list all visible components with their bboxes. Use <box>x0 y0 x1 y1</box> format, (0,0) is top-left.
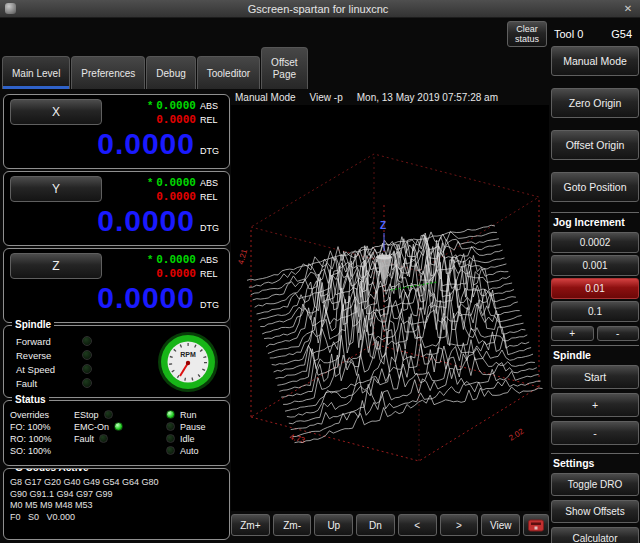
dim-label-bottom: 4.73 <box>288 432 306 445</box>
jog-increment-stepper: + - <box>551 326 639 341</box>
spindle-forward-label: Forward <box>10 336 82 347</box>
jog-increment-header: Jog Increment <box>551 212 639 228</box>
dtg-value-z: 0.0000 <box>97 281 195 315</box>
axis-z-button[interactable]: Z <box>10 253 102 279</box>
spindle-status-frame: Spindle Forward Reverse At Speed Fault <box>3 325 230 398</box>
run-label: Run <box>180 410 197 420</box>
spindle-rpm-gauge: RPM <box>157 331 219 393</box>
dro-panel: X * 0.0000 ABS 0.0000 REL 0.0000 DTG <box>3 94 230 540</box>
pan-right-button[interactable]: > <box>440 514 479 536</box>
mcode-line: M0 M5 M9 M48 M53 <box>10 500 223 512</box>
spindle-section-header: Spindle <box>551 345 639 361</box>
spindle-start-button[interactable]: Start <box>551 365 639 389</box>
gcode-preview-canvas[interactable]: 4.21 4.73 2.02 Z <box>231 105 549 511</box>
homed-star-y: * <box>148 176 152 189</box>
axis-x-button[interactable]: X <box>10 99 102 125</box>
homed-star-z: * <box>148 253 152 266</box>
gscreen-window: Gscreen-spartan for linuxcnc ✕ Clear sta… <box>0 0 640 543</box>
spindle-fault-led <box>82 378 92 388</box>
increment-minus-button[interactable]: - <box>597 326 640 341</box>
spindle-minus-button[interactable]: - <box>551 421 639 445</box>
tab-main-level[interactable]: Main Level <box>2 56 70 89</box>
emc-on-label: EMC-On <box>74 422 109 432</box>
emc-on-led <box>114 422 123 431</box>
gauge-rpm-label: RPM <box>180 351 196 358</box>
tool-number-label: Tool 0 <box>554 28 583 40</box>
gcode-line-2: G90 G91.1 G94 G97 G99 <box>10 489 223 501</box>
fault-label: Fault <box>74 434 94 444</box>
spindle-at-speed-led <box>82 364 92 374</box>
fault-led <box>99 434 108 443</box>
tab-tooleditor[interactable]: Tooleditor <box>197 56 260 89</box>
spindle-plus-button[interactable]: + <box>551 393 639 417</box>
feed-override-value: FO: 100% <box>10 421 74 432</box>
app-icon <box>5 3 16 14</box>
show-offsets-button[interactable]: Show Offsets <box>551 500 639 523</box>
zoom-in-button[interactable]: Zm+ <box>231 514 270 536</box>
rel-label-z: REL <box>200 268 221 281</box>
z-axis-label: Z <box>380 220 386 231</box>
spindle-frame-title: Spindle <box>12 319 54 331</box>
overrides-header: Overrides <box>10 409 74 420</box>
dtg-label-z: DTG <box>200 300 221 310</box>
settings-section-header: Settings <box>551 453 639 469</box>
tool-info: Tool 0 G54 <box>554 28 632 40</box>
rel-value-x: 0.0000 <box>156 113 196 126</box>
increment-plus-button[interactable]: + <box>551 326 594 341</box>
zoom-out-button[interactable]: Zm- <box>273 514 312 536</box>
view-toggle-button[interactable]: View <box>481 514 520 536</box>
rotate-up-button[interactable]: Up <box>314 514 353 536</box>
rotate-down-button[interactable]: Dn <box>356 514 395 536</box>
tab-offset-page[interactable]: Offset Page <box>261 47 308 89</box>
dtg-value-x: 0.0000 <box>97 127 195 161</box>
gcodes-frame: G Codes Active G8 G17 G20 G40 G49 G54 G6… <box>3 468 230 540</box>
offset-origin-button[interactable]: Offset Origin <box>551 130 639 160</box>
run-led <box>166 410 175 419</box>
window-title: Gscreen-spartan for linuxcnc <box>16 3 620 15</box>
axis-group-y: Y * 0.0000 ABS 0.0000 REL 0.0000 DTG <box>3 171 230 246</box>
rel-value-y: 0.0000 <box>156 190 196 203</box>
auto-led <box>166 446 175 455</box>
clear-status-button[interactable]: Clear status <box>507 21 547 47</box>
abs-label-z: ABS <box>200 254 221 267</box>
rel-label-y: REL <box>200 191 221 204</box>
toggle-dro-button[interactable]: Toggle DRO <box>551 473 639 496</box>
rel-label-x: REL <box>200 114 221 127</box>
calculator-button[interactable]: Calculator <box>551 527 639 543</box>
estop-label: EStop <box>74 410 99 420</box>
jog-increment-0-1[interactable]: 0.1 <box>551 301 639 322</box>
view-type-label: View -p <box>310 92 343 103</box>
machine-extents-box <box>251 154 539 461</box>
estop-led <box>104 410 113 419</box>
toolpath-wireframe <box>247 225 543 443</box>
manual-mode-button[interactable]: Manual Mode <box>551 46 639 76</box>
tab-debug[interactable]: Debug <box>146 56 195 89</box>
spindle-forward-led <box>82 336 92 346</box>
goto-position-button[interactable]: Goto Position <box>551 172 639 202</box>
abs-value-z: 0.0000 <box>156 253 196 266</box>
spindle-reverse-label: Reverse <box>10 350 82 361</box>
jog-increment-0-001[interactable]: 0.001 <box>551 255 639 276</box>
zero-origin-button[interactable]: Zero Origin <box>551 88 639 118</box>
gcode-line-1: G8 G17 G20 G40 G49 G54 G64 G80 <box>10 477 223 489</box>
gcodes-frame-title: G Codes Active <box>12 468 92 474</box>
jog-increment-0-0002[interactable]: 0.0002 <box>551 232 639 253</box>
axis-y-button[interactable]: Y <box>10 176 102 202</box>
pause-led <box>166 422 175 431</box>
rel-value-z: 0.0000 <box>156 267 196 280</box>
tab-preferences[interactable]: Preferences <box>71 56 145 89</box>
pan-left-button[interactable]: < <box>398 514 437 536</box>
homed-star-x: * <box>148 99 152 112</box>
rapid-override-value: RO: 100% <box>10 433 74 444</box>
spindle-reverse-led <box>82 350 92 360</box>
jog-increment-0-01[interactable]: 0.01 <box>551 278 639 299</box>
close-icon[interactable]: ✕ <box>620 2 636 16</box>
status-frame: Status Overrides EStop Run FO: 100% EMC-… <box>3 400 230 466</box>
coord-system-label: G54 <box>611 28 632 40</box>
mode-label: Manual Mode <box>235 92 296 103</box>
axis-group-x: X * 0.0000 ABS 0.0000 REL 0.0000 DTG <box>3 94 230 169</box>
idle-label: Idle <box>180 434 195 444</box>
auto-label: Auto <box>180 446 199 456</box>
notebook-tabs: Main Level Preferences Debug Tooleditor … <box>2 46 308 89</box>
clear-plot-button[interactable] <box>523 514 549 536</box>
